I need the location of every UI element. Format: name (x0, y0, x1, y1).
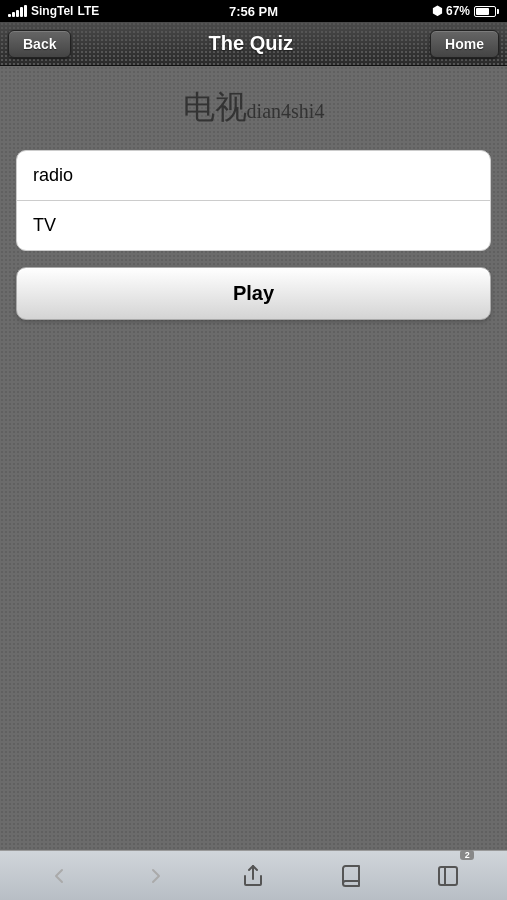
tabs-icon (436, 864, 460, 888)
option-radio-label: radio (33, 165, 73, 185)
battery-icon (474, 6, 499, 17)
status-bar: SingTel LTE 7:56 PM ⬢ 67% (0, 0, 507, 22)
bluetooth-icon: ⬢ (432, 4, 442, 18)
battery-pct-label: 67% (446, 4, 470, 18)
book-icon (339, 864, 363, 888)
chinese-chars: 电视 (183, 89, 247, 125)
browser-back-button[interactable] (37, 854, 81, 898)
navigation-bar: Back The Quiz Home (0, 22, 507, 66)
bookmarks-button[interactable] (329, 854, 373, 898)
svg-rect-1 (439, 867, 457, 885)
play-button[interactable]: Play (16, 267, 491, 320)
share-icon (241, 864, 265, 888)
browser-forward-button[interactable] (134, 854, 178, 898)
arrow-right-icon (144, 864, 168, 888)
network-label: LTE (77, 4, 99, 18)
signal-icon (8, 5, 27, 17)
home-button[interactable]: Home (430, 30, 499, 58)
pinyin-label: dian4shi4 (247, 100, 325, 122)
tabs-badge: 2 (460, 850, 474, 860)
page-title: The Quiz (71, 32, 430, 55)
tabs-button[interactable]: 2 (426, 854, 470, 898)
share-button[interactable] (231, 854, 275, 898)
answer-options-container: radio TV (16, 150, 491, 251)
main-content: 电视dian4shi4 radio TV Play (0, 66, 507, 850)
option-radio[interactable]: radio (17, 151, 490, 201)
option-tv[interactable]: TV (17, 201, 490, 250)
back-button[interactable]: Back (8, 30, 71, 58)
carrier-label: SingTel (31, 4, 73, 18)
arrow-left-icon (47, 864, 71, 888)
status-time: 7:56 PM (229, 4, 278, 19)
status-left: SingTel LTE (8, 4, 99, 18)
status-right: ⬢ 67% (432, 4, 499, 18)
option-tv-label: TV (33, 215, 56, 235)
chinese-character-display: 电视dian4shi4 (183, 86, 325, 130)
bottom-toolbar: 2 (0, 850, 507, 900)
